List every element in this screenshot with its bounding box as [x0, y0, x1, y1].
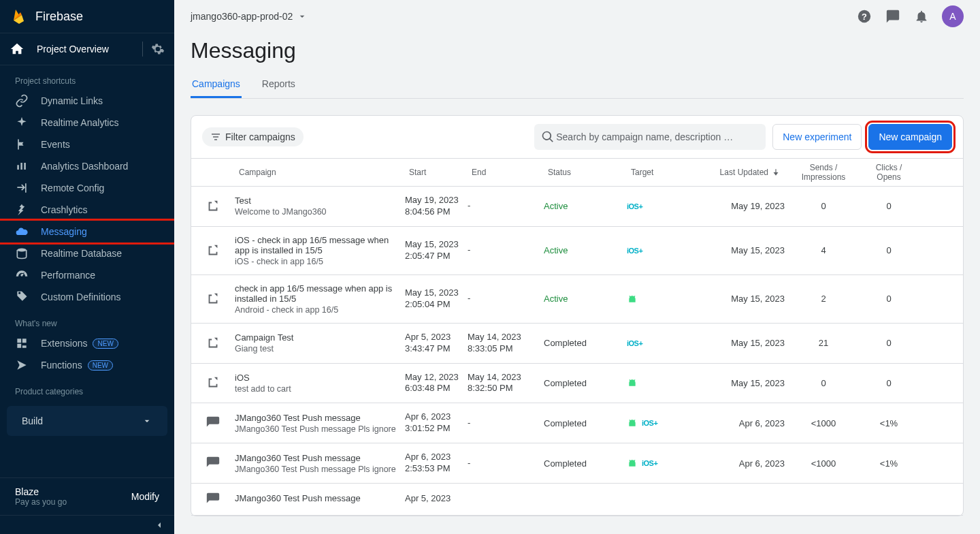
sidebar-item-label: Dynamic Links	[41, 95, 103, 106]
new-campaign-button[interactable]: New campaign	[868, 124, 952, 150]
project-selector[interactable]: jmango360-app-prod-02	[191, 11, 308, 22]
campaign-title: JMango360 Test Push message	[235, 493, 405, 503]
brand-label: Firebase	[35, 10, 83, 24]
th-status[interactable]: Status	[544, 168, 627, 177]
main: jmango360-app-prod-02 ? A Messaging Camp…	[174, 0, 980, 534]
shortcuts-title: Project shortcuts	[0, 65, 174, 90]
push-icon	[206, 492, 220, 507]
clicks-cell: 0	[862, 294, 915, 304]
th-end[interactable]: End	[468, 168, 544, 177]
tab-reports[interactable]: Reports	[261, 72, 297, 98]
build-category[interactable]: Build	[7, 406, 167, 436]
project-overview-label: Project Overview	[37, 44, 134, 54]
sidebar-item-extensions[interactable]: ExtensionsNEW	[0, 332, 174, 354]
th-target[interactable]: Target	[627, 168, 707, 177]
table-row[interactable]: iOStest add to cartMay 12, 20236:03:48 P…	[191, 364, 963, 404]
inapp-icon	[206, 243, 220, 258]
table-row[interactable]: Campaign TestGiang testApr 5, 20233:43:4…	[191, 324, 963, 364]
table-row[interactable]: check in app 16/5 message when app is in…	[191, 275, 963, 324]
table-row[interactable]: JMango360 Test Push messageJMango360 Tes…	[191, 443, 963, 484]
search-wrap[interactable]	[534, 124, 766, 150]
table-row[interactable]: iOS - check in app 16/5 message when app…	[191, 227, 963, 275]
sidebar-item-crashlytics[interactable]: Crashlytics	[0, 199, 174, 221]
clicks-cell: 0	[862, 338, 915, 348]
sidebar-item-custom-definitions[interactable]: Custom Definitions	[0, 286, 174, 308]
android-target-icon	[627, 418, 638, 428]
new-badge: NEW	[88, 360, 113, 371]
status-cell: Active	[544, 294, 627, 304]
sidebar-item-label: Performance	[41, 270, 95, 281]
filter-campaigns-chip[interactable]: Filter campaigns	[202, 127, 304, 146]
help-icon[interactable]: ?	[856, 8, 872, 25]
clicks-cell: 0	[862, 378, 915, 388]
search-icon	[541, 130, 555, 144]
target-icons: iOS+	[627, 339, 707, 347]
gear-icon[interactable]	[151, 42, 165, 56]
inapp-icon	[206, 375, 220, 390]
sidebar-collapse-button[interactable]	[0, 515, 174, 534]
sidebar-item-realtime-analytics[interactable]: Realtime Analytics	[0, 112, 174, 134]
th-updated[interactable]: Last Updated	[707, 168, 785, 177]
firebase-logo[interactable]: Firebase	[0, 0, 174, 33]
bell-icon[interactable]	[913, 8, 930, 25]
db-icon	[15, 247, 29, 260]
avatar[interactable]: A	[942, 5, 964, 27]
campaign-sub: iOS - check in app 16/5	[235, 257, 405, 266]
price-icon	[15, 290, 29, 304]
new-experiment-button[interactable]: New experiment	[772, 124, 862, 150]
sidebar-item-dynamic-links[interactable]: Dynamic Links	[0, 90, 174, 112]
sends-cell: 0	[785, 201, 862, 211]
inapp-icon	[206, 336, 220, 351]
th-campaign[interactable]: Campaign	[235, 168, 405, 177]
feedback-icon[interactable]	[885, 8, 901, 25]
target-icons: iOS+	[627, 247, 707, 255]
table-row[interactable]: TestWelcome to JMango360May 19, 20238:04…	[191, 187, 963, 227]
target-cell: iOS+	[627, 418, 707, 428]
table-row[interactable]: JMango360 Test Push messageApr 5, 2023	[191, 484, 963, 516]
end-cell: -	[468, 418, 544, 429]
home-icon	[10, 42, 24, 57]
th-start[interactable]: Start	[405, 168, 468, 177]
sidebar-item-label: Realtime Database	[41, 248, 122, 259]
sidebar-item-functions[interactable]: FunctionsNEW	[0, 354, 174, 376]
campaign-title: JMango360 Test Push message	[235, 453, 405, 463]
tabs: CampaignsReports	[191, 72, 964, 99]
android-target-icon	[627, 294, 638, 304]
plan-modify-button[interactable]: Modify	[131, 491, 159, 502]
status-cell: Active	[544, 201, 627, 211]
sends-cell: 4	[785, 245, 862, 255]
target-cell: iOS+	[627, 339, 707, 347]
chevron-left-icon	[154, 520, 165, 531]
campaign-sub: Android - check in app 16/5	[235, 305, 405, 315]
sort-desc-icon	[771, 168, 781, 177]
sidebar-item-events[interactable]: Events	[0, 134, 174, 155]
sidebar-item-realtime-database[interactable]: Realtime Database	[0, 242, 174, 264]
push-icon	[206, 415, 220, 430]
filter-icon	[210, 131, 221, 142]
updated-cell: May 15, 2023	[707, 294, 785, 304]
spark-icon	[15, 116, 29, 129]
project-overview-row[interactable]: Project Overview	[0, 33, 174, 65]
start-cell: May 15, 20232:05:47 PM	[405, 239, 468, 262]
th-clicks[interactable]: Clicks / Opens	[862, 163, 915, 182]
ext-icon	[15, 336, 29, 350]
tab-campaigns[interactable]: Campaigns	[191, 72, 242, 98]
sidebar-item-label: Remote Config	[41, 183, 104, 193]
page-title: Messaging	[191, 38, 964, 63]
flag-icon	[15, 138, 29, 151]
target-cell	[627, 294, 707, 304]
sidebar-item-messaging[interactable]: Messaging	[0, 221, 174, 242]
status-cell: Completed	[544, 378, 627, 388]
ios-target-icon: iOS+	[642, 459, 657, 467]
sidebar-item-remote-config[interactable]: Remote Config	[0, 177, 174, 199]
push-icon	[206, 456, 220, 471]
sidebar-item-performance[interactable]: Performance	[0, 264, 174, 286]
sidebar-item-analytics-dashboard[interactable]: Analytics Dashboard	[0, 155, 174, 177]
search-input[interactable]	[555, 131, 759, 143]
table-row[interactable]: JMango360 Test Push messageJMango360 Tes…	[191, 403, 963, 443]
link-icon	[15, 94, 29, 108]
th-sends[interactable]: Sends / Impressions	[785, 163, 862, 182]
start-cell: Apr 5, 2023	[405, 493, 468, 505]
status-cell: Completed	[544, 418, 627, 428]
remote-icon	[15, 181, 29, 195]
